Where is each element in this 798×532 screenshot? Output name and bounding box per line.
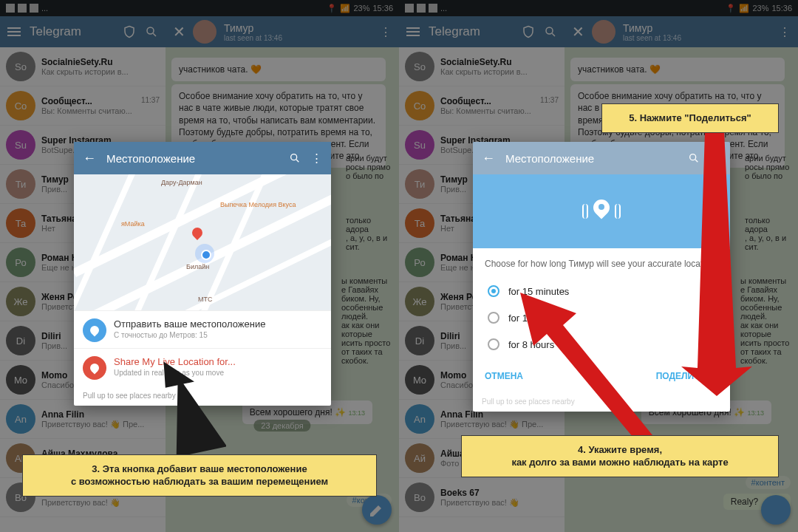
map[interactable]: Дару-Дарман Выпечка Мелодия Вкуса яМайка… [74,174,331,310]
my-location-icon [195,244,214,263]
radio-icon [488,338,499,350]
search-icon[interactable] [289,152,301,164]
dialog-title: Местоположение [505,152,678,165]
callout-5: 5. Нажмите "Поделиться" [601,103,779,133]
callout-3: 3. Эта кнопка добавит ваше местоположени… [22,454,377,497]
dialog-header: ← Местоположение ⋮ [74,142,331,174]
instruction-arrow [511,288,666,458]
live-pin-icon [83,356,106,380]
map-poi: Выпечка Мелодия Вкуса [220,201,296,208]
right-pane: ... 📍 📶 23% 15:36 Telegram So SocialnieS… [399,0,798,532]
radio-icon [488,285,499,297]
live-location-icon [587,197,616,226]
instruction-arrow [675,132,757,398]
svg-marker-6 [520,293,659,451]
map-poi: МТС [198,296,213,303]
back-icon[interactable]: ← [83,151,96,166]
more-icon[interactable]: ⋮ [311,151,322,165]
option-sub: С точностью до Метров: 15 [114,331,265,339]
dialog-title: Местоположение [106,152,279,165]
svg-marker-5 [681,132,752,396]
map-poi: Дару-Дарман [161,179,202,186]
option-title: Отправить ваше местоположение [114,318,265,330]
callout-4: 4. Укажите время, как долго за вами можн… [461,435,779,477]
left-pane: ... 📍 📶 23% 15:36 Telegram So SocialnieS… [0,0,399,532]
map-poi: яМайка [121,220,145,228]
svg-marker-2 [157,361,226,457]
pin-icon [83,318,106,342]
instruction-arrow [130,361,226,464]
radio-icon [488,312,499,324]
back-icon: ← [482,151,495,166]
send-location-option[interactable]: Отправить ваше местоположение С точность… [74,310,331,348]
map-poi: Билайн [186,263,209,270]
svg-point-1 [291,154,297,160]
map-pin-icon [192,228,207,242]
